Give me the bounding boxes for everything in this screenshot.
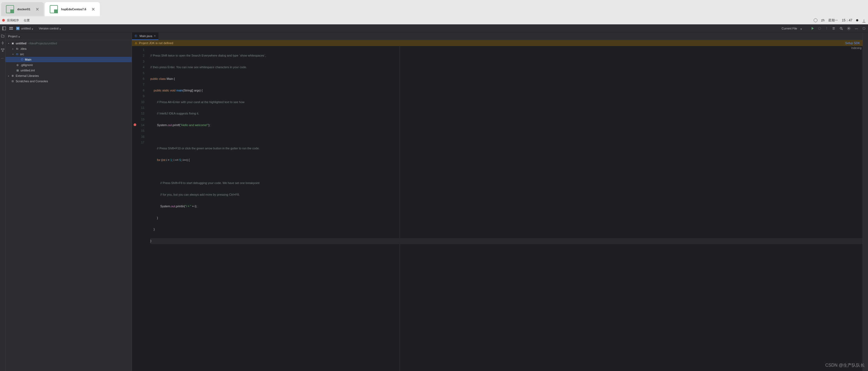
project-tree: ▾▣untitled~/IdeaProjects/untitled ▸🗀.ide… (5, 40, 132, 371)
svg-point-7 (848, 28, 849, 29)
tree-root[interactable]: ▾▣untitled~/IdeaProjects/untitled (5, 40, 132, 46)
ide-toolbar-icons: — ▢ (832, 27, 866, 30)
file-icon: ◎ (16, 63, 20, 66)
ide-body: ⋯ Project ▾ ▾▣untitled~/IdeaProjects/unt… (0, 32, 868, 371)
tree-folder-src[interactable]: ▾🗀src (5, 51, 132, 57)
banner-text: Project JDK is not defined (139, 41, 173, 45)
window-tab-centos[interactable]: hspEduCentos7.6 × (45, 2, 100, 16)
watermark: CSDN @生产队队长 (825, 363, 865, 368)
project-logo-icon: U (16, 27, 20, 30)
class-icon: Ⓒ (135, 34, 138, 38)
ide-window: U untitled ▾ Version control ▾ Current F… (0, 24, 868, 371)
tree-external-libs[interactable]: ▸⊞External Libraries (5, 73, 132, 79)
ide-left-stripe: ⋯ (0, 32, 5, 371)
input-method-indicator[interactable]: zh (821, 19, 825, 22)
tree-file-main[interactable]: ⒸMain (5, 57, 132, 62)
menubar-tray: zh 星期一 15：47 (814, 18, 866, 23)
svg-rect-1 (2, 27, 3, 30)
code-with-me-icon[interactable] (832, 27, 836, 30)
scratch-icon: ⊟ (11, 80, 14, 83)
ide-toolbar-right: Current File ▾ ⋮ — ▢ (782, 27, 866, 30)
clock-time[interactable]: 15：47 (842, 18, 852, 23)
more-icon[interactable]: ⋮ (825, 27, 829, 30)
version-control-menu[interactable]: Version control (39, 27, 58, 30)
svg-point-2 (818, 27, 821, 29)
chevron-down-icon[interactable]: ▾ (800, 27, 803, 29)
hamburger-icon[interactable] (9, 27, 13, 29)
editor-area: Ⓒ Main.java × ⚠ Project JDK is not defin… (132, 32, 863, 371)
tree-file-gitignore[interactable]: ◎.gitignore (5, 62, 132, 68)
network-icon[interactable] (862, 19, 866, 22)
tree-label: .idea (20, 47, 27, 50)
run-icon[interactable] (811, 27, 814, 30)
search-icon[interactable] (839, 27, 843, 30)
svg-point-5 (840, 27, 842, 29)
menu-places[interactable]: 位置 (24, 19, 30, 23)
clock-day[interactable]: 星期一 (828, 18, 838, 23)
editor-tabs: Ⓒ Main.java × (132, 32, 863, 40)
library-icon: ⊞ (11, 74, 14, 77)
status-dot-icon (856, 19, 858, 21)
terminal-icon (6, 5, 14, 13)
close-icon[interactable]: × (36, 6, 39, 12)
tree-label: src (20, 53, 24, 56)
structure-stripe-icon[interactable] (1, 48, 5, 52)
file-icon: ▤ (16, 69, 20, 72)
setup-sdk-link[interactable]: Setup SDK (845, 41, 860, 45)
project-name[interactable]: untitled (21, 27, 31, 30)
source-folder-icon: 🗀 (15, 53, 19, 56)
svg-rect-12 (3, 49, 4, 50)
project-toolwindow-icon[interactable] (2, 27, 6, 30)
tree-label: External Libraries (16, 74, 39, 77)
tree-path: ~/IdeaProjects/untitled (28, 42, 57, 45)
editor-content[interactable]: 1234567891011121314151617 // Press Shift… (132, 46, 863, 371)
svg-rect-11 (1, 49, 2, 50)
commit-stripe-icon[interactable] (1, 41, 5, 45)
editor-banner: ⚠ Project JDK is not defined Setup SDK (132, 40, 863, 46)
editor-gutter[interactable]: 1234567891011121314151617 (132, 46, 147, 371)
chevron-right-icon[interactable]: ▸ (12, 48, 15, 50)
code-text[interactable]: // Press Shift twice to open the Search … (147, 46, 863, 371)
tree-folder-idea[interactable]: ▸🗀.idea (5, 46, 132, 51)
svg-line-6 (842, 29, 843, 30)
ide-toolbar: U untitled ▾ Version control ▾ Current F… (0, 24, 868, 32)
chevron-down-icon[interactable]: ▾ (12, 53, 15, 55)
activities-icon[interactable] (2, 19, 5, 22)
run-config-selector[interactable]: Current File (782, 27, 797, 30)
more-stripe-icon[interactable]: ⋯ (1, 57, 5, 61)
window-tab-label: docker01 (17, 7, 30, 11)
svg-rect-13 (2, 51, 3, 52)
close-icon[interactable]: × (154, 34, 156, 38)
gnome-menubar: 应用程序 位置 zh 星期一 15：47 (0, 16, 868, 24)
folder-icon: 🗀 (15, 47, 19, 50)
tree-file-iml[interactable]: ▤untitled.iml (5, 68, 132, 73)
gear-icon[interactable] (814, 19, 817, 22)
project-panel: Project ▾ ▾▣untitled~/IdeaProjects/untit… (5, 32, 132, 371)
debug-icon[interactable] (818, 27, 822, 30)
tree-scratches[interactable]: ⊟Scratches and Consoles (5, 79, 132, 84)
banner-actions: Setup SDK (845, 41, 860, 45)
editor-tab-main[interactable]: Ⓒ Main.java × (132, 32, 158, 40)
chevron-down-icon[interactable]: ▾ (32, 27, 34, 29)
project-panel-header: Project ▾ (5, 32, 132, 40)
tree-label: .gitignore (21, 63, 33, 66)
warning-icon: ⚠ (135, 41, 137, 45)
chevron-down-icon[interactable]: ▾ (19, 35, 21, 37)
close-icon[interactable]: × (92, 6, 95, 12)
chevron-down-icon[interactable]: ▾ (8, 42, 11, 45)
module-icon: ▣ (11, 42, 14, 45)
class-icon: Ⓒ (20, 58, 24, 61)
tree-label: Scratches and Consoles (16, 80, 48, 83)
terminal-icon (50, 5, 58, 13)
window-tab-docker[interactable]: docker01 × (1, 2, 44, 16)
ide-right-stripe (863, 32, 868, 371)
editor-tab-label: Main.java (140, 34, 152, 38)
menu-applications[interactable]: 应用程序 (7, 19, 19, 23)
settings-icon[interactable] (847, 27, 851, 30)
chevron-right-icon[interactable]: ▸ (8, 75, 11, 77)
window-tabs: docker01 × hspEduCentos7.6 × (0, 0, 868, 16)
project-stripe-icon[interactable] (1, 34, 5, 38)
maximize-icon[interactable]: ▢ (862, 27, 866, 30)
minimize-icon[interactable]: — (855, 27, 858, 30)
chevron-down-icon[interactable]: ▾ (60, 27, 62, 29)
